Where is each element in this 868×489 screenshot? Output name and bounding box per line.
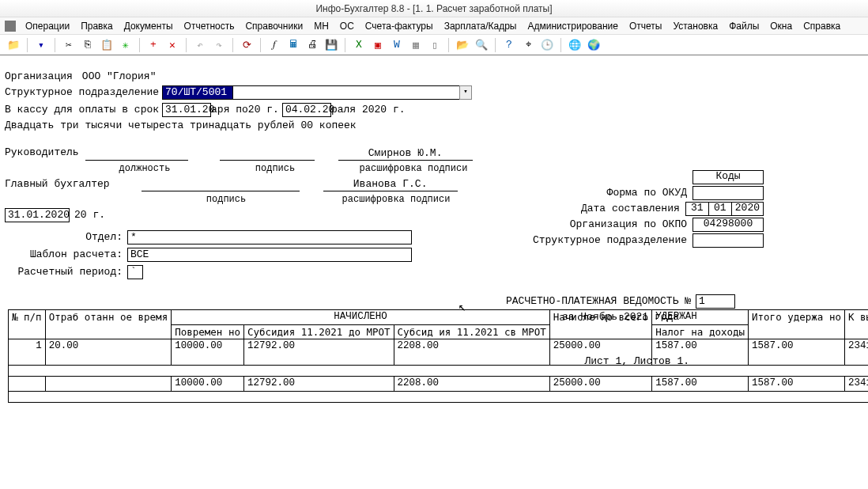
menu-operations[interactable]: Операции <box>21 19 74 33</box>
col-timepay: Повремен но <box>172 324 244 339</box>
accountant-sign[interactable] <box>142 177 300 191</box>
unit-label: Структурное подразделение <box>533 235 693 246</box>
menu-documents[interactable]: Документы <box>119 19 178 33</box>
leader-sign[interactable] <box>220 146 315 161</box>
col-to-hand: К выдаче на руки за текущий месяц <box>844 309 868 339</box>
bottom-date[interactable]: 31.01.2020 <box>5 208 70 222</box>
accountant-sub2: подпись <box>147 195 305 205</box>
help-icon[interactable]: ? <box>502 38 516 52</box>
table-totals-row: 10000.00 12792.00 2208.00 25000.00 1587.… <box>9 376 869 391</box>
menu-os[interactable]: ОС <box>335 19 359 33</box>
paycash-mid: аря по20 г. <box>211 104 279 116</box>
dept-dropdown-icon[interactable]: ▾ <box>459 85 472 100</box>
menu-salary[interactable]: Зарплата/Кадры <box>440 19 522 33</box>
word-icon[interactable]: W <box>390 38 404 52</box>
report-title: РАСЧЕТНО-ПЛАТЕЖНАЯ ВЕДОМОСТЬ № 1 за Нояб… <box>506 294 735 323</box>
asterisk-icon[interactable]: ✳ <box>119 38 133 52</box>
menu-windows[interactable]: Окна <box>765 19 797 33</box>
cell-ded: 1587.00 <box>749 339 845 366</box>
menu-invoices[interactable]: Счета-фактуры <box>360 19 438 33</box>
print-icon[interactable]: 🖨 <box>305 38 319 52</box>
menu-files[interactable]: Файлы <box>724 19 764 33</box>
calc-icon[interactable]: 🖩 <box>286 38 300 52</box>
leader-sub2: подпись <box>228 164 323 174</box>
col-tax: Налог на доходы <box>652 324 749 339</box>
folder-icon[interactable]: 📁 <box>6 38 21 52</box>
refresh-icon[interactable]: ⟳ <box>240 38 254 52</box>
leader-position[interactable] <box>85 146 188 161</box>
tot-ded: 1587.00 <box>749 376 845 391</box>
cursor-help-icon[interactable]: ⌖ <box>521 38 535 52</box>
excel-icon[interactable]: X <box>352 38 366 52</box>
doc-icon[interactable]: ▯ <box>428 38 442 52</box>
cell-n: 1 <box>9 339 46 366</box>
date-y: 2020 <box>731 202 764 216</box>
menu-directories[interactable]: Справочники <box>240 19 308 33</box>
folder2-icon[interactable]: 📂 <box>455 38 470 52</box>
menu-reports[interactable]: Отчетность <box>179 19 240 33</box>
cross-icon[interactable]: ✕ <box>165 38 179 52</box>
filter-icon[interactable]: ▾ <box>34 38 48 52</box>
leader-label: Руководитель <box>5 147 79 158</box>
filter-period[interactable]: ` <box>127 265 143 279</box>
codes-table: Коды Форма по ОКУД Дата составления 31 0… <box>533 169 764 248</box>
cell-v3: 2208.00 <box>394 339 549 366</box>
copy-icon[interactable]: ⎘ <box>81 38 95 52</box>
cell-v2: 12792.00 <box>243 339 394 366</box>
report-num[interactable]: 1 <box>696 294 735 309</box>
okud-label: Форма по ОКУД <box>607 188 693 199</box>
col-sub2: Субсид ия 11.2021 св МРОТ <box>394 324 549 339</box>
tot-v2: 12792.00 <box>243 376 394 391</box>
menu-mn[interactable]: МН <box>309 19 334 33</box>
menu-admin[interactable]: Администрирование <box>523 19 623 33</box>
menu-reports2[interactable]: Отчеты <box>625 19 666 33</box>
col-deducted-total: Итого удержа но <box>749 309 845 339</box>
dept-input[interactable]: 70/ШТ/5001 <box>162 85 233 100</box>
tot-v1: 10000.00 <box>172 376 244 391</box>
report-period: за Ноябрь 2021 года <box>506 312 735 323</box>
clock-icon[interactable]: 🕒 <box>540 38 554 52</box>
tot-v3: 2208.00 <box>394 376 549 391</box>
amount-words: Двадцать три тысячи четыреста тринадцать… <box>5 120 357 131</box>
codes-header: Коды <box>693 170 764 184</box>
formula-icon[interactable]: 𝑓 <box>267 38 281 52</box>
tot-tax: 1587.00 <box>652 376 749 391</box>
filter-template-label: Шаблон расчета: <box>5 249 127 260</box>
leader-sub1: должность <box>93 164 196 174</box>
menu-help[interactable]: Справка <box>798 19 845 33</box>
cell-out: 23413.00 <box>844 339 868 366</box>
leader-sub3: расшифровка подписи <box>346 164 481 174</box>
filter-template[interactable]: ВСЕ <box>127 248 412 262</box>
paste-icon[interactable]: 📋 <box>100 38 114 52</box>
tot-tot: 25000.00 <box>549 376 651 391</box>
table-row[interactable]: 1 20.00 10000.00 12792.00 2208.00 25000.… <box>9 339 869 366</box>
undo-icon[interactable]: ↶ <box>193 38 207 52</box>
plus-icon[interactable]: + <box>146 38 160 52</box>
menu-install[interactable]: Установка <box>668 19 723 33</box>
filter-dept[interactable]: * <box>127 230 412 244</box>
save-icon[interactable]: 💾 <box>324 38 338 52</box>
accountant-sub3: расшифровка подписи <box>329 195 463 205</box>
magnifier-icon[interactable]: 🔍 <box>474 38 489 52</box>
accountant-decode[interactable] <box>323 177 458 191</box>
cell-hrs: 20.00 <box>45 339 172 366</box>
chart-icon[interactable]: ▣ <box>371 38 385 52</box>
okpo-label: Организация по ОКПО <box>570 219 693 230</box>
data-table: № п/п Отраб отанн ое время НАЧИСЛЕНО Нач… <box>8 309 868 403</box>
paycash-date2[interactable]: 04.02.20 <box>282 103 331 117</box>
report-title-text: РАСЧЕТНО-ПЛАТЕЖНАЯ ВЕДОМОСТЬ № <box>506 296 691 307</box>
leader-decode[interactable] <box>338 146 473 161</box>
paycash-date1[interactable]: 31.01.20 <box>162 103 211 117</box>
bottom-date-suffix: 20 г. <box>74 210 105 221</box>
globe2-icon[interactable]: 🌍 <box>587 38 601 52</box>
date-m: 01 <box>708 202 732 216</box>
globe1-icon[interactable]: 🌐 <box>568 38 582 52</box>
sheet-info: Лист 1, Листов 1. <box>584 356 689 367</box>
col-accrued: НАЧИСЛЕНО <box>172 309 550 324</box>
redo-icon[interactable]: ↷ <box>212 38 226 52</box>
cell-v1: 10000.00 <box>172 339 244 366</box>
cut-icon[interactable]: ✂ <box>62 38 76 52</box>
menu-edit[interactable]: Правка <box>76 19 118 33</box>
menubar: Операции Правка Документы Отчетность Спр… <box>0 17 868 35</box>
grid-icon[interactable]: ▦ <box>409 38 423 52</box>
